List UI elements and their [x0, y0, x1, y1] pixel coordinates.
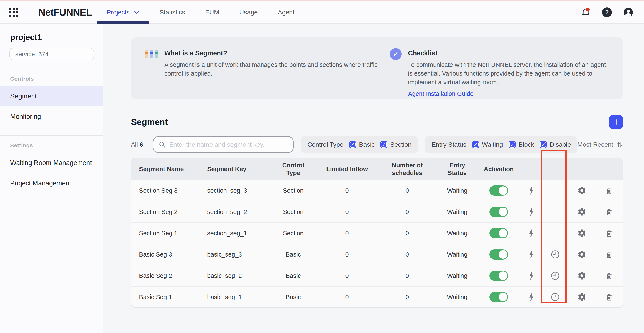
sidebar-item-project-management[interactable]: Project Management — [0, 173, 103, 194]
settings-button[interactable] — [576, 206, 588, 218]
control-type: Basic — [270, 251, 317, 258]
segment-name: Basic Seg 2 — [132, 272, 200, 279]
activation-toggle[interactable] — [490, 270, 508, 281]
settings-button[interactable] — [576, 184, 588, 196]
activation-toggle[interactable] — [490, 186, 508, 196]
col-limited-inflow: Limited Inflow — [317, 165, 377, 173]
entry-status: Waiting — [437, 294, 478, 301]
top-navigation-bar: NetFUNNEL Projects Statistics EUM Usage … — [0, 1, 644, 24]
settings-button[interactable] — [576, 227, 588, 239]
filter-bar: All6 Control Type ✓ Basic ✓ Section — [131, 136, 623, 153]
table-row: Basic Seg 2 basic_seg_2 Basic 0 0 Waitin… — [132, 265, 623, 286]
search-input[interactable] — [169, 141, 288, 148]
segment-name: Basic Seg 1 — [132, 294, 200, 301]
segment-key: section_seg_2 — [200, 208, 270, 216]
control-type-filter-label: Control Type — [307, 141, 344, 148]
schedules-count: 0 — [377, 251, 437, 258]
quick-control-button[interactable] — [527, 228, 536, 239]
clock-icon — [550, 271, 560, 280]
segment-key: basic_seg_3 — [200, 251, 270, 258]
delete-button[interactable] — [604, 228, 614, 239]
table-row: Section Seg 2 section_seg_2 Section 0 0 … — [132, 201, 623, 222]
segment-key: section_seg_3 — [200, 187, 270, 194]
schedule-button[interactable] — [549, 270, 561, 282]
schedules-count: 0 — [377, 208, 437, 216]
nav-projects[interactable]: Projects — [97, 1, 150, 24]
add-segment-button[interactable] — [609, 115, 623, 129]
segment-info-title: What is a Segment? — [164, 50, 382, 57]
sidebar-section-controls: Controls — [0, 69, 103, 86]
segment-key: basic_seg_2 — [200, 272, 270, 279]
table-row: Basic Seg 1 basic_seg_1 Basic 0 0 Waitin… — [132, 286, 623, 308]
entry-status: Waiting — [437, 208, 478, 216]
settings-button[interactable] — [576, 291, 588, 303]
filter-checkbox-disable[interactable]: ✓ Disable — [540, 141, 571, 148]
main-content: What is a Segment? A segment is a unit o… — [104, 24, 644, 332]
account-avatar-icon[interactable] — [623, 7, 633, 18]
entry-status-filter-label: Entry Status — [432, 141, 466, 148]
activation-toggle[interactable] — [490, 228, 508, 238]
trash-icon — [605, 208, 613, 216]
segment-name: Basic Seg 3 — [132, 251, 200, 258]
sidebar-item-waiting-room-management[interactable]: Waiting Room Management — [0, 153, 103, 173]
col-activation: Activation — [478, 165, 520, 173]
delete-button[interactable] — [604, 249, 614, 260]
filter-checkbox-basic[interactable]: ✓ Basic — [349, 141, 374, 148]
segment-key: basic_seg_1 — [200, 294, 270, 301]
notifications-bell-icon[interactable] — [580, 7, 591, 18]
chevron-down-icon — [134, 11, 140, 14]
nav-agent[interactable]: Agent — [268, 1, 304, 24]
quick-control-button[interactable] — [527, 206, 536, 218]
filter-checkbox-waiting[interactable]: ✓ Waiting — [472, 141, 503, 148]
col-segment-name: Segment Name — [132, 165, 200, 173]
nav-statistics[interactable]: Statistics — [150, 1, 195, 24]
quick-control-button[interactable] — [527, 270, 536, 282]
delete-button[interactable] — [604, 185, 614, 196]
activation-toggle[interactable] — [490, 207, 508, 217]
delete-button[interactable] — [604, 206, 614, 218]
table-row: Section Seg 1 section_seg_1 Section 0 0 … — [132, 222, 623, 244]
service-selector[interactable]: service_374 — [9, 48, 94, 60]
nav-eum[interactable]: EUM — [195, 1, 229, 24]
sidebar-item-segment[interactable]: Segment — [0, 86, 103, 106]
segment-info-description: A segment is a unit of work that manages… — [164, 60, 382, 78]
checkbox-checked-icon: ✓ — [540, 141, 547, 148]
agent-installation-guide-link[interactable]: Agent Installation Guide — [408, 90, 474, 97]
delete-button[interactable] — [604, 292, 614, 302]
sort-control[interactable]: Most Recent — [577, 141, 623, 148]
help-icon[interactable]: ? — [602, 7, 612, 18]
quick-control-button[interactable] — [527, 185, 536, 196]
schedule-button[interactable] — [549, 248, 561, 260]
activation-toggle[interactable] — [490, 292, 508, 302]
table-row: Section Seg 3 section_seg_3 Section 0 0 … — [132, 180, 623, 201]
lightning-icon — [528, 292, 534, 302]
activation-toggle[interactable] — [490, 249, 508, 260]
trash-icon — [605, 186, 613, 195]
checkbox-checked-icon: ✓ — [380, 141, 388, 148]
header-actions: ? — [580, 7, 633, 18]
col-number-of-schedules: Number of schedules — [377, 162, 437, 177]
sidebar-item-monitoring[interactable]: Monitoring — [0, 106, 103, 127]
sidebar-section-settings: Settings — [0, 136, 103, 153]
search-icon — [158, 141, 166, 148]
schedules-count: 0 — [377, 187, 437, 194]
delete-button[interactable] — [604, 270, 614, 281]
settings-button[interactable] — [576, 270, 588, 282]
trash-icon — [605, 250, 613, 259]
segment-name: Section Seg 1 — [132, 230, 200, 237]
segment-bars-icon — [144, 50, 158, 99]
filter-checkbox-block[interactable]: ✓ Block — [508, 141, 534, 148]
segment-count: All6 — [131, 141, 143, 148]
schedules-count: 0 — [377, 272, 437, 279]
app-launcher-icon[interactable] — [9, 8, 18, 17]
limited-inflow: 0 — [317, 272, 377, 279]
control-type: Section — [270, 230, 317, 237]
filter-checkbox-section[interactable]: ✓ Section — [380, 141, 412, 148]
segment-search — [153, 136, 294, 153]
nav-usage[interactable]: Usage — [229, 1, 268, 24]
quick-control-button[interactable] — [527, 291, 536, 303]
main-nav: Projects Statistics EUM Usage Agent — [97, 1, 304, 24]
schedule-button[interactable] — [549, 291, 561, 303]
settings-button[interactable] — [576, 248, 588, 260]
quick-control-button[interactable] — [527, 249, 536, 260]
